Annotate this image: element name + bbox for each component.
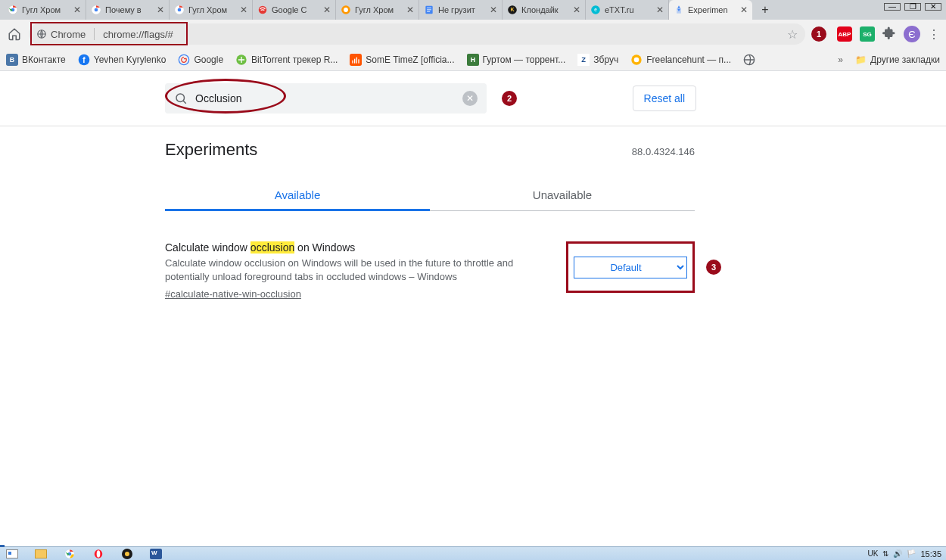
home-button[interactable] bbox=[6, 26, 23, 42]
taskbar-app-1[interactable] bbox=[5, 549, 20, 559]
favicon bbox=[341, 5, 351, 15]
flag-title: Calculate window occlusion on Windows bbox=[165, 241, 555, 254]
taskbar-app-4[interactable] bbox=[120, 549, 135, 559]
chrome-menu-button[interactable]: ⋮ bbox=[928, 27, 940, 42]
browser-tab[interactable]: Гугл Хром✕ bbox=[336, 0, 419, 20]
callout-3: 3 bbox=[706, 260, 721, 275]
browser-tab[interactable]: Гугл Хром✕ bbox=[3, 0, 86, 20]
tray-flag-icon[interactable]: 🏳️ bbox=[907, 549, 916, 558]
tab-close-icon[interactable]: ✕ bbox=[573, 5, 580, 14]
tab-close-icon[interactable]: ✕ bbox=[323, 5, 331, 14]
bookmark-item[interactable]: HГуртом — торрент... bbox=[467, 54, 566, 66]
tab-unavailable[interactable]: Unavailable bbox=[430, 181, 695, 210]
bookmark-item[interactable]: BВКонтакте bbox=[6, 54, 66, 66]
flags-search-input[interactable] bbox=[195, 92, 455, 104]
tab-close-icon[interactable]: ✕ bbox=[157, 5, 164, 14]
highlight-term: occlusion bbox=[251, 241, 294, 254]
favicon bbox=[8, 5, 18, 15]
other-bookmarks-button[interactable]: 📁 Другие закладки bbox=[855, 54, 940, 65]
taskbar-app-word[interactable]: W bbox=[148, 549, 163, 559]
window-close[interactable]: ✕ bbox=[925, 3, 941, 11]
bookmark-label: Freelancehunt — п... bbox=[646, 54, 731, 65]
window-minimize[interactable]: — bbox=[884, 3, 901, 11]
bookmark-item[interactable]: SomE TimeZ [officia... bbox=[350, 54, 454, 66]
bookmark-label: ВКонтакте bbox=[22, 54, 66, 65]
omnibox[interactable]: Chrome chrome://flags/# ☆ bbox=[29, 23, 805, 45]
bookmarks-overflow-icon[interactable]: » bbox=[838, 54, 843, 65]
bookmark-item[interactable]: fYevhen Kyrylenko bbox=[78, 54, 166, 66]
tab-title: eTXT.ru bbox=[605, 5, 651, 14]
extensions-button[interactable] bbox=[882, 26, 896, 42]
svg-point-8 bbox=[344, 8, 348, 12]
taskbar-app-2[interactable] bbox=[33, 549, 48, 559]
bookmark-favicon: H bbox=[467, 54, 479, 66]
svg-text:e: e bbox=[594, 7, 597, 12]
window-maximize[interactable]: ❐ bbox=[904, 3, 921, 11]
browser-tab[interactable]: Не грузит✕ bbox=[419, 0, 503, 20]
svg-rect-28 bbox=[356, 57, 357, 63]
favicon bbox=[257, 5, 268, 15]
taskbar-app-chrome[interactable] bbox=[62, 549, 77, 559]
tray-clock[interactable]: 15:35 bbox=[920, 549, 941, 558]
tab-close-icon[interactable]: ✕ bbox=[490, 5, 497, 14]
extension-abp-icon[interactable]: ABP bbox=[837, 26, 852, 42]
new-tab-button[interactable]: + bbox=[755, 0, 775, 20]
extension-sg-icon[interactable]: SG bbox=[860, 26, 875, 42]
browser-tab[interactable]: Experimen✕ bbox=[669, 0, 752, 20]
tab-title: Experimen bbox=[688, 5, 735, 14]
bookmark-favicon bbox=[235, 54, 247, 66]
tab-title: Гугл Хром bbox=[355, 5, 401, 14]
svg-rect-10 bbox=[427, 8, 431, 8]
browser-tab[interactable]: Почему в✕ bbox=[86, 0, 170, 20]
svg-rect-12 bbox=[427, 11, 430, 12]
bookmark-favicon bbox=[630, 54, 643, 66]
bookmark-item[interactable]: Freelancehunt — п... bbox=[630, 54, 731, 66]
tab-close-icon[interactable]: ✕ bbox=[406, 5, 414, 14]
tab-title: Почему в bbox=[105, 5, 151, 14]
extension-icons: ABP SG Є ⋮ bbox=[837, 26, 940, 42]
tab-available[interactable]: Available bbox=[165, 181, 430, 211]
browser-tab[interactable]: KКлондайк✕ bbox=[503, 0, 586, 20]
browser-tab[interactable]: Google C✕ bbox=[253, 0, 336, 20]
tray-net-icon[interactable]: ⇅ bbox=[882, 549, 888, 558]
flag-anchor-link[interactable]: #calculate-native-win-occlusion bbox=[165, 288, 301, 300]
tray-sound-icon[interactable]: 🔊 bbox=[893, 549, 902, 558]
bookmark-favicon: f bbox=[78, 54, 90, 66]
page-title: Experiments bbox=[165, 140, 257, 160]
svg-rect-29 bbox=[359, 59, 359, 63]
svg-rect-11 bbox=[427, 9, 431, 10]
bookmark-star-icon[interactable]: ☆ bbox=[787, 27, 798, 42]
tray-lang[interactable]: UK bbox=[868, 549, 879, 558]
svg-point-23 bbox=[179, 54, 189, 64]
taskbar-app-opera[interactable] bbox=[91, 549, 106, 559]
bookmark-item[interactable]: BitTorrent трекер R... bbox=[235, 54, 338, 66]
bookmark-item[interactable]: ZЗбруч bbox=[577, 54, 618, 66]
flag-state-select[interactable]: Default bbox=[574, 257, 687, 278]
svg-rect-25 bbox=[350, 54, 362, 66]
svg-point-41 bbox=[97, 550, 101, 557]
bookmark-label: Гуртом — торрент... bbox=[483, 54, 566, 65]
bookmark-item[interactable] bbox=[743, 54, 759, 66]
bookmark-label: BitTorrent трекер R... bbox=[251, 54, 338, 65]
bookmark-favicon: B bbox=[6, 54, 18, 66]
url-text: chrome://flags/# bbox=[103, 29, 173, 40]
callout-highlight-3: Default 3 bbox=[566, 241, 695, 293]
bookmarks-bar: BВКонтактеfYevhen KyrylenkoGoogleBitTorr… bbox=[0, 48, 946, 71]
tab-close-icon[interactable]: ✕ bbox=[740, 5, 748, 14]
tab-close-icon[interactable]: ✕ bbox=[240, 5, 247, 14]
bookmark-label: Google bbox=[194, 54, 223, 65]
bookmark-item[interactable]: Google bbox=[178, 54, 223, 66]
system-tray: UK ⇅ 🔊 🏳️ 15:35 bbox=[868, 549, 941, 558]
tab-close-icon[interactable]: ✕ bbox=[656, 5, 664, 14]
reset-all-button[interactable]: Reset all bbox=[633, 86, 696, 111]
browser-tab[interactable]: eeTXT.ru✕ bbox=[586, 0, 669, 20]
favicon bbox=[91, 5, 101, 15]
flags-search-box[interactable]: ✕ bbox=[165, 83, 487, 114]
tab-close-icon[interactable]: ✕ bbox=[73, 5, 81, 14]
favicon bbox=[174, 5, 185, 15]
clear-search-button[interactable]: ✕ bbox=[462, 91, 478, 106]
svg-rect-27 bbox=[354, 58, 355, 63]
browser-tab[interactable]: Гугл Хром✕ bbox=[170, 0, 253, 20]
chip-label: Chrome bbox=[51, 29, 86, 40]
profile-avatar[interactable]: Є bbox=[904, 26, 920, 42]
